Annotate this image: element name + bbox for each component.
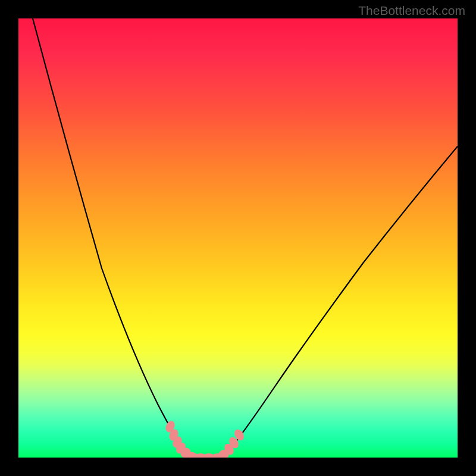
chart-svg [18, 18, 458, 458]
marker-dots [164, 419, 246, 458]
curve-lines [33, 18, 458, 458]
right-curve [218, 146, 458, 458]
watermark-text: TheBottleneck.com [358, 4, 465, 18]
plot-area [18, 18, 458, 458]
left-curve [33, 18, 204, 458]
